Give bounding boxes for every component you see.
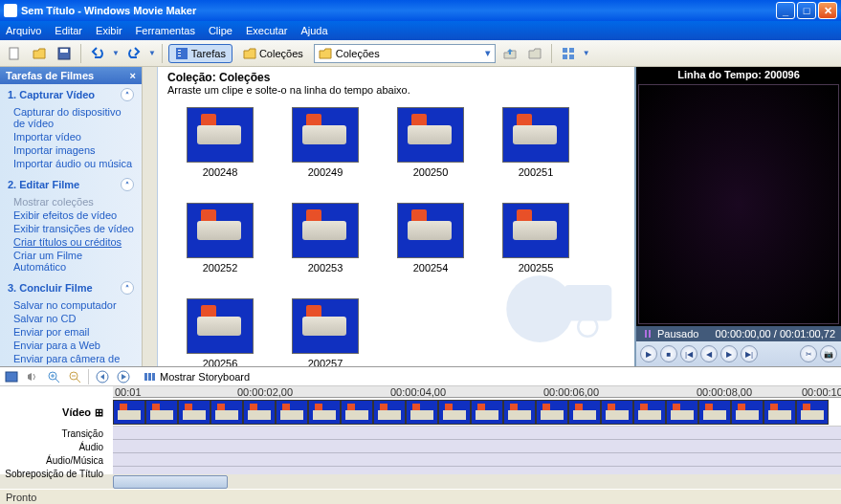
statusbar: Pronto <box>0 489 841 504</box>
timeline-clip[interactable] <box>503 400 536 425</box>
timeline-scrollbar[interactable] <box>0 474 841 490</box>
audiomusic-track[interactable] <box>113 453 841 467</box>
section-capture[interactable]: 1. Capturar Vídeo˄ <box>8 88 134 101</box>
maximize-button[interactable]: □ <box>797 2 816 19</box>
new-folder-button[interactable] <box>524 43 545 64</box>
timeline-clip[interactable] <box>406 400 438 425</box>
timeline-clip[interactable] <box>113 400 145 425</box>
link-capture-device[interactable]: Capturar do dispositivo de vídeo <box>8 105 134 130</box>
forward-end-button[interactable]: ▶| <box>741 345 758 362</box>
next-frame-button[interactable]: ▶ <box>720 345 738 362</box>
undo-dropdown-icon[interactable]: ▼ <box>112 49 120 57</box>
save-button[interactable] <box>54 43 75 64</box>
timeline-clip[interactable] <box>471 400 503 425</box>
title-overlay-track[interactable] <box>113 467 841 474</box>
show-storyboard-button[interactable]: Mostrar Storyboard <box>137 367 256 386</box>
link-import-images[interactable]: Importar imagens <box>8 143 134 157</box>
collections-toggle[interactable]: Coleções <box>236 44 310 63</box>
menu-exibir[interactable]: Exibir <box>96 25 122 36</box>
snapshot-button[interactable]: 📷 <box>820 345 837 362</box>
transition-track[interactable] <box>113 427 841 440</box>
timeline-clip[interactable] <box>243 400 276 425</box>
link-send-web[interactable]: Enviar para a Web <box>8 339 134 352</box>
up-level-button[interactable] <box>499 43 520 64</box>
video-track[interactable] <box>113 398 841 427</box>
timeline-clip[interactable] <box>438 400 471 425</box>
rewind-start-button[interactable]: |◀ <box>680 345 697 362</box>
clip-thumb[interactable]: 200251 <box>483 107 588 203</box>
play-button[interactable]: ▶ <box>640 345 657 362</box>
timeline-clip[interactable] <box>276 400 308 425</box>
timeline-clip[interactable] <box>666 400 698 425</box>
timeline-clip[interactable] <box>373 400 406 425</box>
play-timeline-button[interactable] <box>116 369 131 384</box>
dropdown-value: Coleções <box>336 48 380 59</box>
clip-thumb[interactable]: 200249 <box>273 107 378 203</box>
section-finish[interactable]: 3. Concluir Filme˄ <box>8 281 134 295</box>
clip-thumb[interactable]: 200250 <box>378 107 483 203</box>
tasks-toggle[interactable]: Tarefas <box>168 44 232 63</box>
close-tasks-button[interactable]: × <box>130 70 136 81</box>
app-icon <box>4 4 17 17</box>
zoom-out-button[interactable] <box>67 369 82 384</box>
timeline-clip[interactable] <box>145 400 178 425</box>
timeline-clip[interactable] <box>731 400 764 425</box>
section-edit[interactable]: 2. Editar Filme˄ <box>8 178 134 191</box>
stop-button[interactable]: ■ <box>660 345 677 362</box>
link-show-collections[interactable]: Mostrar coleções <box>8 195 134 208</box>
clip-thumb[interactable]: 200253 <box>273 203 378 298</box>
link-video-transitions[interactable]: Exibir transições de vídeo <box>8 222 134 235</box>
link-save-cd[interactable]: Salvar no CD <box>8 312 134 325</box>
view-dropdown-icon[interactable]: ▼ <box>583 49 590 57</box>
narrate-button[interactable] <box>25 369 40 384</box>
link-send-email[interactable]: Enviar por email <box>8 325 134 339</box>
timeline-clip[interactable] <box>796 400 829 425</box>
menu-clipe[interactable]: Clipe <box>209 25 232 36</box>
timeline-clip[interactable] <box>210 400 243 425</box>
timeline-tracks[interactable]: 00:01 00:00:02,00 00:00:04,00 00:00:06,0… <box>113 386 841 474</box>
link-titles-credits[interactable]: Criar títulos ou créditos <box>8 235 134 249</box>
timeline-clip[interactable] <box>341 400 373 425</box>
timeline-clip[interactable] <box>568 400 601 425</box>
previous-frame-button[interactable]: ◀ <box>700 345 718 362</box>
link-auto-movie[interactable]: Criar um Filme Automático <box>8 249 134 274</box>
timeline-ruler[interactable]: 00:01 00:00:02,00 00:00:04,00 00:00:06,0… <box>113 386 841 398</box>
audio-track[interactable] <box>113 440 841 453</box>
link-video-effects[interactable]: Exibir efeitos de vídeo <box>8 208 134 222</box>
timeline-clip[interactable] <box>536 400 568 425</box>
redo-button[interactable] <box>123 43 144 64</box>
link-save-computer[interactable]: Salvar no computador <box>8 298 134 312</box>
menu-editar[interactable]: Editar <box>55 25 82 36</box>
link-import-audio[interactable]: Importar áudio ou música <box>8 157 134 170</box>
sidebar-scrollbar[interactable] <box>142 67 157 366</box>
menu-arquivo[interactable]: Arquivo <box>6 25 41 36</box>
rewind-button[interactable] <box>95 369 110 384</box>
clip-thumb[interactable]: 200254 <box>378 203 483 298</box>
clip-thumb[interactable]: 200256 <box>167 298 273 366</box>
close-button[interactable]: ✕ <box>818 2 837 19</box>
undo-button[interactable] <box>87 43 108 64</box>
timeline-clip[interactable] <box>601 400 633 425</box>
redo-dropdown-icon[interactable]: ▼ <box>148 49 156 57</box>
collection-dropdown[interactable]: Coleções ▾ <box>314 44 496 63</box>
link-send-camera[interactable]: Enviar para câmera de vídeo digital <box>8 352 134 366</box>
clip-thumb[interactable]: 200252 <box>167 203 273 298</box>
link-import-video[interactable]: Importar vídeo <box>8 130 134 143</box>
zoom-in-button[interactable] <box>46 369 61 384</box>
timeline-clip[interactable] <box>178 400 210 425</box>
clip-thumb[interactable]: 200257 <box>273 298 378 366</box>
timeline-clip[interactable] <box>308 400 341 425</box>
timeline-clip[interactable] <box>764 400 796 425</box>
timeline-clip[interactable] <box>633 400 666 425</box>
menu-ajuda[interactable]: Ajuda <box>300 25 327 36</box>
open-button[interactable] <box>29 43 50 64</box>
menu-ferramentas[interactable]: Ferramentas <box>136 25 195 36</box>
new-button[interactable] <box>4 43 25 64</box>
clip-thumb[interactable]: 200248 <box>167 107 273 203</box>
menu-executar[interactable]: Executar <box>246 25 287 36</box>
timeline-clip[interactable] <box>698 400 731 425</box>
split-button[interactable]: ✂ <box>800 345 817 362</box>
view-button[interactable] <box>558 43 579 64</box>
timeline-toggle-button[interactable] <box>4 369 19 384</box>
minimize-button[interactable]: _ <box>776 2 795 19</box>
